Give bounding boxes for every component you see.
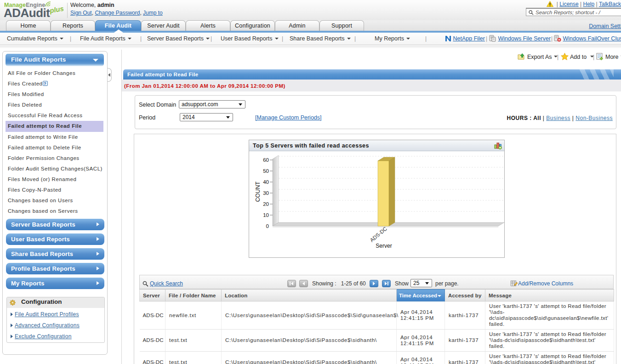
svg-text:40: 40 [263,179,269,185]
svg-text:Server: Server [376,243,392,249]
svg-text:COUNT: COUNT [255,181,261,202]
svg-text:50: 50 [263,168,269,174]
svg-text:ADS-DC: ADS-DC [369,226,388,243]
svg-text:30: 30 [263,190,269,196]
svg-text:0: 0 [266,223,269,229]
svg-text:20: 20 [263,201,269,207]
svg-text:10: 10 [263,212,269,218]
svg-text:60: 60 [263,157,269,163]
